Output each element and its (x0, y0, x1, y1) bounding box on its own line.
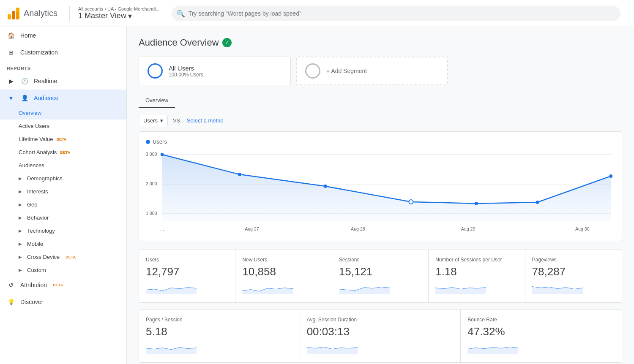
sidebar-group-header-interests[interactable]: ▶ Interests (0, 185, 126, 198)
segments-row: All Users 100.00% Users + Add Segment (139, 57, 622, 85)
sidebar-group-header-custom[interactable]: ▶ Custom (0, 263, 126, 277)
sidebar-group-header-demographics[interactable]: ▶ Demographics (0, 172, 126, 185)
segment-circle-blue (148, 63, 163, 79)
sidebar-item-audience[interactable]: ▼ 👤 Audience (0, 90, 126, 106)
svg-rect-1 (12, 11, 15, 19)
audience-label: Audience (34, 95, 58, 101)
metric-value-pages-session: 5.18 (146, 325, 293, 338)
svg-text:Aug 28: Aug 28 (351, 226, 365, 231)
svg-marker-24 (146, 288, 197, 294)
metric-cell-users: Users 12,797 (139, 250, 235, 302)
sidebar-group-header-geo[interactable]: ▶ Geo (0, 198, 126, 211)
metric-dropdown-label: Users (143, 117, 158, 124)
tab-overview[interactable]: Overview (139, 94, 175, 108)
sidebar-sub-overview[interactable]: Overview (0, 106, 126, 120)
sidebar-sub-item-audiences[interactable]: Audiences (19, 159, 126, 172)
realtime-label: Realtime (34, 78, 57, 84)
metric-label-pageviews: Pageviews (532, 257, 615, 263)
svg-text:Aug 30: Aug 30 (575, 226, 590, 231)
interests-chevron-icon: ▶ (19, 189, 22, 194)
sidebar-sub-item-lifetime-value[interactable]: Lifetime Value BETA (19, 133, 126, 146)
svg-point-18 (609, 174, 612, 178)
svg-rect-0 (8, 14, 11, 19)
segment-card-all-users: All Users 100.00% Users (139, 57, 291, 85)
svg-text:2,000: 2,000 (146, 181, 157, 186)
sidebar-group-demographics[interactable]: ▶ Demographics (0, 172, 126, 185)
sidebar-item-customization[interactable]: ⊞ Customization (0, 44, 126, 61)
sidebar-group-geo[interactable]: ▶ Geo (0, 198, 126, 211)
sidebar-sub-lifetime-value[interactable]: Lifetime Value BETA (0, 133, 126, 146)
custom-chevron-icon: ▶ (19, 268, 22, 272)
svg-text:1,000: 1,000 (146, 211, 157, 216)
sparkline-pages-session (146, 342, 197, 354)
svg-point-13 (238, 173, 241, 176)
metric-label-sessions: Sessions (339, 257, 421, 263)
svg-rect-4 (16, 8, 19, 12)
search-bar[interactable]: 🔍 (172, 6, 620, 21)
sparkline-sessions-per-user (435, 282, 486, 294)
demographics-chevron-icon: ▶ (19, 176, 22, 181)
metrics-grid-2: Pages / Session 5.18 Avg. Session Durati… (139, 310, 622, 363)
sparkline-avg-session-duration (307, 342, 358, 354)
sidebar-group-mobile[interactable]: ▶ Mobile (0, 237, 126, 250)
segment-name: All Users (169, 65, 203, 72)
sidebar-group-interests[interactable]: ▶ Interests (0, 185, 126, 198)
customization-label: Customization (20, 49, 58, 56)
metric-cell-bounce-rate: Bounce Rate 47.32% (461, 310, 622, 362)
sidebar-group-cross-device[interactable]: ▶ Cross Device BETA (0, 250, 126, 263)
sparkline-sessions (339, 282, 390, 294)
sidebar-item-discover[interactable]: 💡 Discover (0, 293, 126, 310)
metric-cell-sessions-per-user: Number of Sessions per User 1.18 (429, 250, 525, 302)
sidebar-item-home[interactable]: 🏠 Home (0, 27, 126, 44)
svg-text:3,000: 3,000 (146, 152, 157, 157)
cross-device-chevron-icon: ▶ (19, 255, 22, 259)
dropdown-arrow-icon: ▾ (128, 11, 132, 21)
account-nav[interactable]: All accounts › UA - Google Merchandi... … (78, 6, 160, 21)
geo-chevron-icon: ▶ (19, 202, 22, 207)
topbar-divider (69, 6, 70, 21)
audience-collapse-icon: ▼ (7, 94, 15, 102)
discover-label: Discover (20, 299, 43, 305)
view-name-dropdown[interactable]: 1 Master View ▾ (78, 11, 160, 21)
svg-point-16 (475, 202, 478, 205)
sidebar-sub-item-active-users[interactable]: Active Users (19, 120, 126, 133)
home-icon: 🏠 (7, 31, 15, 40)
sidebar-sub-active-users[interactable]: Active Users (0, 120, 126, 133)
select-metric-link[interactable]: Select a metric (187, 117, 223, 124)
svg-marker-11 (162, 155, 611, 222)
metric-label-avg-session-duration: Avg. Session Duration (307, 317, 454, 323)
sidebar-group-header-cross-device[interactable]: ▶ Cross Device BETA (0, 250, 126, 263)
sidebar-group-header-mobile[interactable]: ▶ Mobile (0, 237, 126, 250)
sidebar-sub-item-overview[interactable]: Overview (19, 106, 126, 120)
sidebar-sub-audiences[interactable]: Audiences (0, 159, 126, 172)
sidebar-group-header-behavior[interactable]: ▶ Behavior (0, 211, 126, 224)
sidebar-sub-item-cohort[interactable]: Cohort Analysis BETA (19, 146, 126, 159)
sidebar-sub-cohort[interactable]: Cohort Analysis BETA (0, 146, 126, 159)
metric-label-sessions-per-user: Number of Sessions per User (435, 257, 518, 263)
metric-value-bounce-rate: 47.32% (467, 325, 615, 338)
sidebar-group-custom[interactable]: ▶ Custom (0, 263, 126, 277)
clock-icon: 🕐 (20, 77, 29, 85)
metric-value-sessions-per-user: 1.18 (435, 265, 518, 278)
app-title: Analytics (24, 8, 57, 18)
vs-label: VS. (173, 117, 182, 124)
metric-dropdown[interactable]: Users ▾ (139, 115, 168, 126)
sidebar-item-attribution[interactable]: ↺ Attribution BETA (0, 277, 126, 293)
sidebar-group-behavior[interactable]: ▶ Behavior (0, 211, 126, 224)
svg-text:Aug 29: Aug 29 (461, 226, 476, 231)
search-input[interactable] (172, 6, 620, 21)
add-segment-card[interactable]: + Add Segment (296, 57, 448, 85)
sidebar-item-realtime[interactable]: ▶ 🕐 Realtime (0, 73, 126, 90)
main-layout: 🏠 Home ⊞ Customization REPORTS ▶ 🕐 Realt… (0, 27, 634, 364)
sparkline-users (146, 282, 197, 294)
metric-label-users: Users (146, 257, 228, 263)
svg-point-17 (536, 201, 539, 204)
svg-marker-31 (467, 347, 518, 354)
verified-icon: ✓ (222, 38, 232, 47)
sidebar-group-header-technology[interactable]: ▶ Technology (0, 224, 126, 237)
metric-label-bounce-rate: Bounce Rate (467, 317, 615, 323)
metric-cell-pages-session: Pages / Session 5.18 (139, 310, 300, 362)
cross-device-beta-badge: BETA (66, 255, 76, 259)
legend-dot-users (146, 140, 150, 144)
sidebar-group-technology[interactable]: ▶ Technology (0, 224, 126, 237)
